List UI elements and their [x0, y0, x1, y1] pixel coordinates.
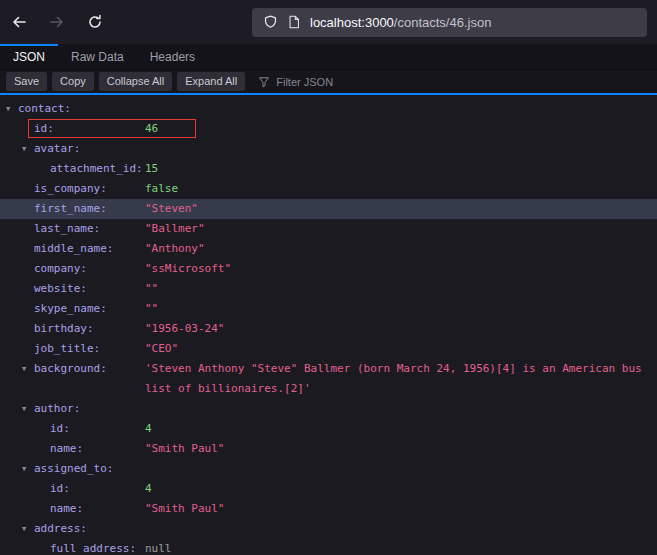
twisty-expand-icon[interactable]: ▼ [22, 139, 34, 159]
twisty-spacer [22, 179, 34, 199]
url-text: localhost:3000/contacts/46.json [310, 15, 491, 30]
tree-row-key-area: ▼author: [0, 399, 145, 419]
page-icon[interactable] [287, 14, 301, 30]
twisty-spacer [22, 259, 34, 279]
save-button[interactable]: Save [6, 72, 47, 90]
json-key: name: [50, 439, 83, 459]
forward-button[interactable] [48, 13, 66, 31]
back-arrow-icon [11, 14, 27, 30]
tree-row-key-area: name: [0, 499, 145, 519]
json-value: null [145, 539, 657, 554]
json-value: 4 [145, 479, 657, 499]
twisty-spacer [22, 119, 34, 139]
json-key: skype_name: [34, 299, 107, 319]
json-key: birthday: [34, 319, 94, 339]
reload-icon [87, 14, 103, 30]
twisty-spacer [22, 279, 34, 299]
tree-row[interactable]: is_company:false [0, 179, 657, 199]
twisty-spacer [38, 419, 50, 439]
json-key: is_company: [34, 179, 107, 199]
tree-row[interactable]: ▼contact: [0, 99, 657, 119]
tree-row-key-area: id: [0, 419, 145, 439]
tree-row[interactable]: ▼background:'Steven Anthony "Steve" Ball… [0, 359, 657, 399]
browser-toolbar: localhost:3000/contacts/46.json [0, 0, 657, 44]
tree-row[interactable]: name:"Smith Paul" [0, 499, 657, 519]
twisty-spacer [38, 439, 50, 459]
tree-row[interactable]: ▼avatar: [0, 139, 657, 159]
twisty-expand-icon[interactable]: ▼ [22, 519, 34, 539]
copy-button[interactable]: Copy [52, 72, 94, 90]
json-key: last_name: [34, 219, 100, 239]
twisty-spacer [22, 199, 34, 219]
filter-placeholder: Filter JSON [276, 76, 333, 88]
twisty-expand-icon[interactable]: ▼ [22, 399, 34, 419]
json-tree: ▼contact:id:46▼avatar:attachment_id:15is… [0, 95, 657, 554]
json-key: address: [34, 519, 87, 539]
tree-row-key-area: id: [0, 479, 145, 499]
tree-row[interactable]: job_title:"CEO" [0, 339, 657, 359]
twisty-expand-icon[interactable]: ▼ [6, 99, 18, 119]
twisty-expand-icon[interactable]: ▼ [22, 359, 34, 399]
twisty-spacer [22, 239, 34, 259]
tree-row-key-area: job_title: [0, 339, 145, 359]
collapse-all-button[interactable]: Collapse All [99, 72, 172, 90]
tree-row[interactable]: middle_name:"Anthony" [0, 239, 657, 259]
json-value: "" [145, 279, 657, 299]
tab-headers-label: Headers [150, 50, 195, 64]
tree-row-key-area: company: [0, 259, 145, 279]
tree-row-key-area: ▼avatar: [0, 139, 145, 159]
json-value [145, 459, 657, 479]
tree-row[interactable]: company:"ssMicrosoft" [0, 259, 657, 279]
tree-row-key-area: last_name: [0, 219, 145, 239]
tree-row[interactable]: id:4 [0, 419, 657, 439]
tree-row-key-area: ▼address: [0, 519, 145, 539]
tree-row[interactable]: id:4 [0, 479, 657, 499]
tree-row-key-area: ▼assigned_to: [0, 459, 145, 479]
json-viewer-toolbar: Save Copy Collapse All Expand All Filter… [0, 70, 657, 95]
tree-row-key-area: ▼background: [0, 359, 145, 399]
json-key: company: [34, 259, 87, 279]
tree-row-key-area: website: [0, 279, 145, 299]
tree-row[interactable]: ▼author: [0, 399, 657, 419]
json-key: id: [50, 479, 70, 499]
filter-json-input[interactable]: Filter JSON [258, 70, 651, 93]
tree-row[interactable]: id:46 [0, 119, 657, 139]
twisty-spacer [38, 499, 50, 519]
json-key: background: [34, 359, 107, 399]
json-key: name: [50, 499, 83, 519]
forward-arrow-icon [49, 14, 65, 30]
tree-row-key-area: name: [0, 439, 145, 459]
tab-json[interactable]: JSON [0, 44, 58, 69]
tree-row-key-area: id: [0, 119, 145, 139]
reload-button[interactable] [86, 13, 104, 31]
tree-row[interactable]: first_name:"Steven" [0, 199, 657, 219]
json-value [145, 399, 657, 419]
json-key: contact: [18, 99, 71, 119]
twisty-expand-icon[interactable]: ▼ [22, 459, 34, 479]
tree-row[interactable]: attachment_id:15 [0, 159, 657, 179]
back-button[interactable] [10, 13, 28, 31]
expand-all-button[interactable]: Expand All [177, 72, 245, 90]
json-value: "CEO" [145, 339, 657, 359]
shield-icon[interactable] [263, 15, 278, 30]
tree-row[interactable]: last_name:"Ballmer" [0, 219, 657, 239]
url-bar[interactable]: localhost:3000/contacts/46.json [252, 8, 647, 37]
tree-row[interactable]: ▼assigned_to: [0, 459, 657, 479]
tree-row[interactable]: birthday:"1956-03-24" [0, 319, 657, 339]
tree-row-key-area: is_company: [0, 179, 145, 199]
tree-row[interactable]: full_address:null [0, 539, 657, 554]
tree-row[interactable]: ▼address: [0, 519, 657, 539]
json-key: job_title: [34, 339, 100, 359]
json-value: "ssMicrosoft" [145, 259, 657, 279]
tree-row[interactable]: website:"" [0, 279, 657, 299]
json-value: "Smith Paul" [145, 499, 657, 519]
json-key: attachment_id: [50, 159, 143, 179]
tree-row-key-area: attachment_id: [0, 159, 145, 179]
twisty-spacer [22, 299, 34, 319]
url-domain: localhost:3000 [310, 15, 394, 30]
twisty-spacer [22, 219, 34, 239]
tree-row[interactable]: skype_name:"" [0, 299, 657, 319]
tab-raw-data[interactable]: Raw Data [58, 44, 137, 69]
tree-row[interactable]: name:"Smith Paul" [0, 439, 657, 459]
tab-headers[interactable]: Headers [137, 44, 208, 69]
